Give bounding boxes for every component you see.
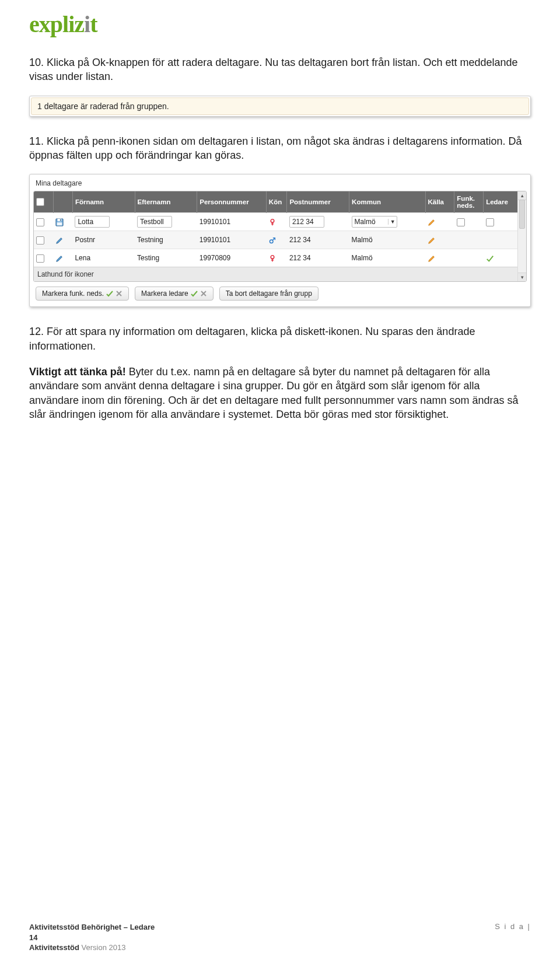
pencil-icon[interactable] <box>428 236 436 245</box>
cell-efternamn: Testning <box>135 231 197 249</box>
table-header-row: Förnamn Efternamn Personnummer Kön Postn… <box>34 191 518 213</box>
grid: ▴ ▾ Förnamn Efternamn Personnummer <box>33 191 527 282</box>
table-row: Lena Testing 19970809 212 34 Malmö <box>34 249 518 267</box>
remove-from-group-button[interactable]: Ta bort deltagare från grupp <box>219 287 318 301</box>
check-icon <box>191 290 198 297</box>
grid-title: Mina deltagare <box>36 179 527 187</box>
pencil-icon[interactable] <box>428 254 436 263</box>
row-checkbox[interactable] <box>36 254 44 263</box>
cell-pnr: 19910101 <box>197 231 267 249</box>
message-text: 1 deltagare är raderad från gruppen. <box>31 97 529 115</box>
row-checkbox[interactable] <box>36 218 44 226</box>
paragraph-11: 11. Klicka på penn-ikonen sidan om delta… <box>29 134 531 163</box>
cell-kommun: Malmö <box>349 231 425 249</box>
ledare-checkbox[interactable] <box>486 218 494 226</box>
check-icon <box>486 254 494 263</box>
row-checkbox[interactable] <box>36 236 44 245</box>
footer-sida-label: S i d a | <box>495 922 531 953</box>
cell-fornamn: Postnr <box>72 231 135 249</box>
header-checkbox[interactable] <box>34 191 53 213</box>
paragraph-12: 12. För att spara ny information om delt… <box>29 324 531 353</box>
cell-post: 212 34 <box>287 231 349 249</box>
svg-point-4 <box>271 219 275 222</box>
scroll-up-icon[interactable]: ▴ <box>518 191 526 200</box>
header-funk[interactable]: Funk. neds. <box>454 191 484 213</box>
x-icon <box>116 290 123 297</box>
female-icon <box>268 218 276 226</box>
cell-fornamn: Lena <box>72 249 135 267</box>
pencil-icon[interactable] <box>55 236 64 245</box>
footer-title: Aktivitetsstöd Behörighet – Ledare <box>29 923 155 931</box>
svg-rect-2 <box>60 219 61 221</box>
scrollbar[interactable]: ▴ ▾ <box>517 191 526 281</box>
female-icon <box>268 254 276 263</box>
paragraph-important: Viktigt att tänka på! Byter du t.ex. nam… <box>29 365 531 421</box>
cell-efternamn: Testing <box>135 249 197 267</box>
participants-table: Förnamn Efternamn Personnummer Kön Postn… <box>34 191 518 267</box>
svg-point-7 <box>270 240 274 243</box>
svg-rect-3 <box>57 222 62 225</box>
check-icon <box>106 290 113 297</box>
cell-post: 212 34 <box>287 249 349 267</box>
message-box: 1 deltagare är raderad från gruppen. <box>29 96 531 117</box>
header-ledare[interactable]: Ledare <box>484 191 518 213</box>
table-row: Lotta Testboll 19910101 212 34 Malmö▼ <box>34 213 518 231</box>
fornamn-input[interactable]: Lotta <box>75 216 110 228</box>
header-efternamn[interactable]: Efternamn <box>135 191 197 213</box>
scroll-thumb[interactable] <box>519 200 525 229</box>
save-diskette-icon[interactable] <box>55 218 64 226</box>
mark-funk-button[interactable]: Markera funk. neds. <box>36 287 129 301</box>
footer-version: Version 2013 <box>82 943 126 952</box>
participants-grid-screenshot: Mina deltagare ▴ ▾ Förnamn E <box>29 174 531 307</box>
cell-pnr: 19970809 <box>197 249 267 267</box>
footer-line2a: Aktivitetsstöd <box>29 943 82 952</box>
chevron-down-icon: ▼ <box>388 219 396 225</box>
header-postnummer[interactable]: Postnummer <box>287 191 349 213</box>
important-label: Viktigt att tänka på! <box>29 366 126 378</box>
header-fornamn[interactable]: Förnamn <box>72 191 135 213</box>
pencil-icon[interactable] <box>55 254 64 263</box>
svg-point-9 <box>271 255 275 259</box>
pencil-icon[interactable] <box>428 218 436 226</box>
scroll-down-icon[interactable]: ▾ <box>518 273 526 281</box>
grid-footer-label[interactable]: Lathund för ikoner <box>34 267 526 281</box>
page-footer: Aktivitetsstöd Behörighet – Ledare 14 Ak… <box>0 922 560 953</box>
funk-checkbox[interactable] <box>457 218 465 226</box>
header-personnummer[interactable]: Personnummer <box>197 191 267 213</box>
male-icon <box>268 236 276 245</box>
postnr-input[interactable]: 212 34 <box>289 216 324 228</box>
header-kommun[interactable]: Kommun <box>349 191 425 213</box>
header-kalla[interactable]: Källa <box>425 191 454 213</box>
paragraph-10: 10. Klicka på Ok-knappen för att radera … <box>29 55 531 84</box>
kommun-dropdown[interactable]: Malmö▼ <box>352 216 397 228</box>
logo: explizit <box>29 11 531 38</box>
cell-pnr: 19910101 <box>197 213 267 231</box>
cell-kommun: Malmö <box>349 249 425 267</box>
efternamn-input[interactable]: Testboll <box>137 216 172 228</box>
header-kon[interactable]: Kön <box>266 191 287 213</box>
footer-page-number: 14 <box>29 933 37 942</box>
table-row: Postnr Testning 19910101 212 34 Malmö <box>34 231 518 249</box>
mark-ledare-button[interactable]: Markera ledare <box>135 287 214 301</box>
x-icon <box>200 290 207 297</box>
